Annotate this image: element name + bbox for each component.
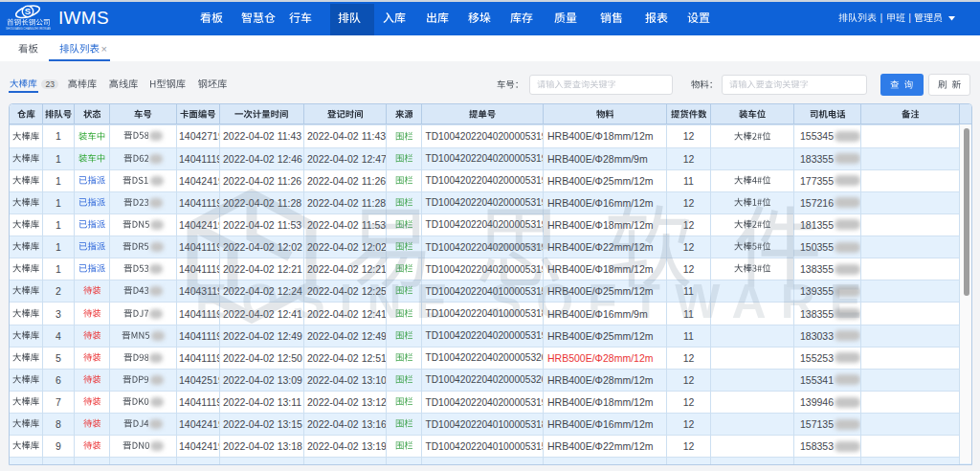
svg-text:S: S — [25, 6, 31, 16]
